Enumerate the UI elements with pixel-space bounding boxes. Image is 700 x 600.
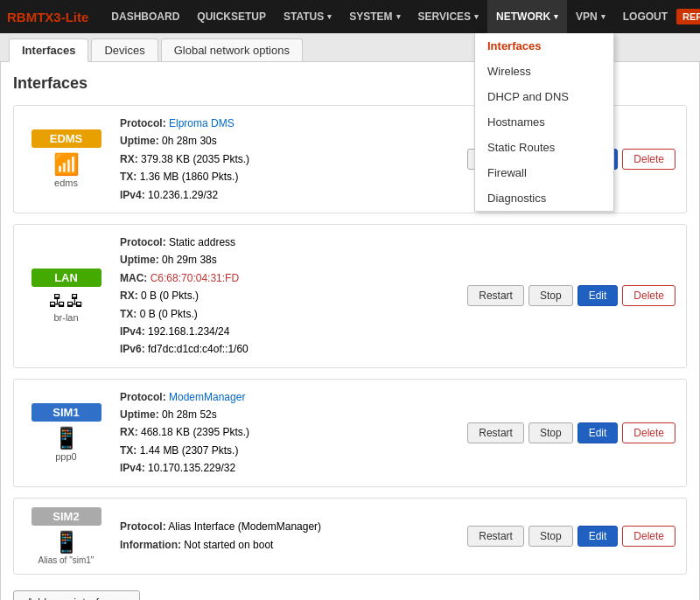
edit-btn-sim2[interactable]: Edit [578,526,619,547]
iface-tx-sim1: 1.44 MB (2307 Pkts.) [140,444,239,457]
iface-tx-lan: 0 B (0 Pkts.) [140,308,198,320]
stop-btn-lan[interactable]: Stop [528,285,573,306]
iface-label-sim2: SIM2 📱 Alias of "sim1" [24,507,108,565]
iface-icon-sim1: 📱 [53,426,80,450]
network-dropdown: Interfaces Wireless DHCP and DNS Hostnam… [474,33,614,212]
nav-status[interactable]: Status ▾ [275,0,340,33]
tab-devices[interactable]: Devices [91,38,158,61]
iface-ipv4-lan: 192.168.1.234/24 [148,325,229,338]
iface-protocol-lan: Static address [169,236,235,248]
iface-rx-sim1: 468.18 KB (2395 Pkts.) [141,426,249,438]
nav-dashboard[interactable]: DASHBOARD [102,0,188,33]
system-arrow-icon: ▾ [396,12,401,21]
tab-interfaces[interactable]: Interfaces [9,38,88,62]
services-arrow-icon: ▾ [474,12,479,21]
iface-actions-row-sim2: Restart Stop Edit Delete [467,526,676,547]
iface-ipv6-lan: fd7dc:d1cd:c4of::1/60 [148,343,248,355]
iface-protocol-edms: Elproma DMS [169,117,234,129]
iface-icon-sim2: 📱 [53,530,80,555]
iface-badge-sim1: SIM1 [32,403,102,422]
iface-actions-sim2: Restart Stop Edit Delete [467,526,676,547]
iface-rx-edms: 379.38 KB (2035 Pkts.) [141,153,249,165]
iface-actions-row-lan: Restart Stop Edit Delete [467,285,676,306]
stop-btn-sim2[interactable]: Stop [528,526,573,547]
iface-tx-edms: 1.36 MB (1860 Pkts.) [140,171,239,183]
edit-btn-sim1[interactable]: Edit [578,422,619,443]
dropdown-item-dhcp-dns[interactable]: DHCP and DNS [475,84,613,109]
dropdown-item-wireless[interactable]: Wireless [475,59,613,84]
iface-name-sim1: ppp0 [55,451,76,462]
delete-btn-edms[interactable]: Delete [622,149,676,170]
iface-icon-lan: 🖧🖧 [49,291,84,311]
iface-card-sim2: SIM2 📱 Alias of "sim1" Protocol: Alias I… [13,498,687,575]
iface-label-edms: EDMS 📶 edms [24,129,108,188]
dropdown-item-diagnostics[interactable]: Diagnostics [475,185,613,211]
nav-quicksetup[interactable]: QUICKSETUP [188,0,275,33]
brand: RBMTX3-Lite [7,10,88,24]
iface-icon-edms: 📶 [53,152,80,177]
iface-uptime-sim1: 0h 28m 52s [162,408,217,421]
nav-network[interactable]: Network ▾ [487,0,567,33]
iface-rx-lan: 0 B (0 Pkts.) [141,290,199,302]
restart-btn-lan[interactable]: Restart [467,285,524,306]
iface-card-lan: LAN 🖧🖧 br-lan Protocol: Static address U… [13,224,687,368]
iface-badge-lan: LAN [32,269,102,287]
iface-actions-sim1: Restart Stop Edit Delete [467,422,676,443]
iface-details-edms: Protocol: Elproma DMS Uptime: 0h 28m 30s… [120,115,455,204]
network-arrow-icon: ▾ [554,12,558,21]
iface-uptime-edms: 0h 28m 30s [162,135,217,147]
restart-btn-sim2[interactable]: Restart [467,526,524,547]
iface-details-sim2: Protocol: Alias Interface (ModemManager)… [120,518,455,554]
dropdown-item-static-routes[interactable]: Static Routes [475,135,613,160]
delete-btn-sim2[interactable]: Delete [622,526,676,547]
iface-ipv4-sim1: 10.170.135.229/32 [148,462,235,474]
iface-actions-row-sim1: Restart Stop Edit Delete [467,422,676,443]
status-arrow-icon: ▾ [327,12,332,21]
iface-badge-sim2: SIM2 [32,507,102,526]
stop-btn-sim1[interactable]: Stop [528,422,573,443]
nav-system[interactable]: System ▾ [340,0,409,33]
iface-uptime-lan: 0h 29m 38s [162,254,217,266]
iface-card-sim1: SIM1 📱 ppp0 Protocol: ModemManager Uptim… [13,379,687,487]
iface-details-lan: Protocol: Static address Uptime: 0h 29m … [120,234,455,359]
iface-mac-lan: C6:68:70:04:31:FD [150,272,239,284]
iface-details-sim1: Protocol: ModemManager Uptime: 0h 28m 52… [120,388,455,478]
navbar: RBMTX3-Lite DASHBOARD QUICKSETUP Status … [0,0,700,33]
restart-btn-sim1[interactable]: Restart [467,422,524,443]
vpn-arrow-icon: ▾ [601,12,606,21]
iface-protocol-sim2: Alias Interface (ModemManager) [168,520,321,533]
refreshing-badge: REFRESHING [676,9,700,24]
dropdown-item-firewall[interactable]: Firewall [475,160,613,185]
edit-btn-lan[interactable]: Edit [578,285,619,306]
iface-info-sim2: Not started on boot [184,539,273,551]
dropdown-item-hostnames[interactable]: Hostnames [475,109,613,135]
iface-name-sim2: Alias of "sim1" [38,555,94,565]
dropdown-item-interfaces[interactable]: Interfaces [475,33,613,59]
iface-label-sim1: SIM1 📱 ppp0 [24,403,108,462]
nav-services[interactable]: Services ▾ [410,0,487,33]
delete-btn-lan[interactable]: Delete [622,285,676,306]
iface-protocol-sim1: ModemManager [169,391,245,403]
iface-name-edms: edms [54,178,78,188]
nav-logout[interactable]: LOGOUT [614,0,676,33]
iface-actions-lan: Restart Stop Edit Delete [467,285,676,306]
iface-label-lan: LAN 🖧🖧 br-lan [24,269,108,323]
delete-btn-sim1[interactable]: Delete [622,422,676,443]
iface-ipv4-edms: 10.236.1.29/32 [148,189,218,201]
tab-global-network-options[interactable]: Global network options [161,38,303,61]
nav-vpn[interactable]: VPN ▾ [567,0,614,33]
add-interface-button[interactable]: Add new interface... [13,590,140,600]
iface-name-lan: br-lan [53,312,78,323]
iface-badge-edms: EDMS [32,129,102,148]
